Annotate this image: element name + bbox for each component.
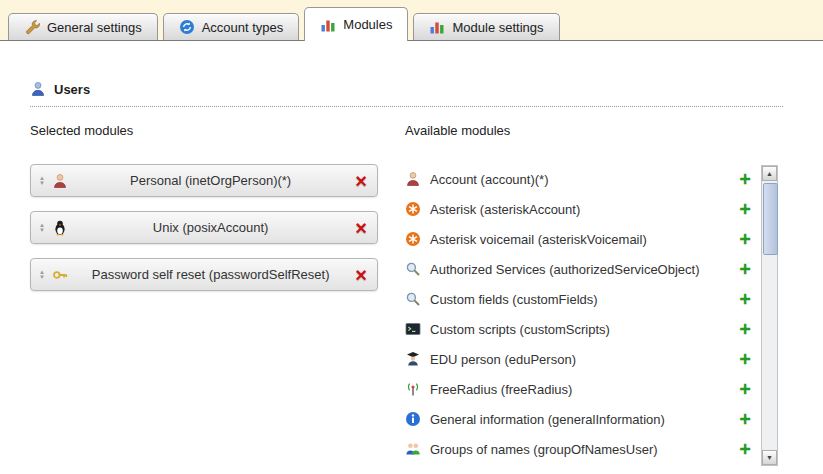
available-modules-heading: Available modules bbox=[405, 123, 753, 138]
tab-bar: General settings Account types Modules M… bbox=[8, 7, 560, 40]
module-label: Personal (inetOrgPerson)(*) bbox=[68, 173, 353, 188]
delete-icon[interactable]: × bbox=[353, 173, 369, 189]
section-title: Users bbox=[54, 82, 90, 97]
key-icon bbox=[52, 267, 68, 283]
module-label: Custom fields (customFields) bbox=[430, 292, 728, 307]
triangle-down-icon[interactable]: ▼ bbox=[762, 450, 777, 465]
add-icon[interactable]: + bbox=[737, 411, 753, 427]
triangle-up-icon[interactable]: ▲ bbox=[762, 166, 777, 181]
tab-label: Account types bbox=[202, 20, 284, 35]
available-module-row: Custom fields (customFields) + bbox=[405, 284, 753, 314]
add-icon[interactable]: + bbox=[737, 291, 753, 307]
script-icon bbox=[405, 321, 421, 337]
sync-icon bbox=[179, 19, 195, 35]
module-label: General information (generalInformation) bbox=[430, 412, 728, 427]
asterisk-icon bbox=[405, 201, 421, 217]
radius-icon bbox=[405, 381, 421, 397]
module-label: Account (account)(*) bbox=[430, 172, 728, 187]
add-icon[interactable]: + bbox=[737, 351, 753, 367]
scrollbar-thumb[interactable] bbox=[763, 183, 778, 255]
available-module-row: Custom scripts (customScripts) + bbox=[405, 314, 753, 344]
delete-icon[interactable]: × bbox=[353, 220, 369, 236]
module-label: Unix (posixAccount) bbox=[68, 220, 353, 235]
tab-label: Modules bbox=[343, 17, 392, 32]
available-list-scrollbar[interactable]: ▲ ▼ bbox=[761, 165, 778, 466]
info-icon bbox=[405, 411, 421, 427]
tab-label: General settings bbox=[47, 20, 142, 35]
asterisk-icon bbox=[405, 231, 421, 247]
module-label: Password self reset (passwordSelfReset) bbox=[68, 267, 353, 282]
module-label: Custom scripts (customScripts) bbox=[430, 322, 728, 337]
tab-general-settings[interactable]: General settings bbox=[8, 13, 158, 40]
available-module-row: FreeRadius (freeRadius) + bbox=[405, 374, 753, 404]
add-icon[interactable]: + bbox=[737, 171, 753, 187]
users-section-header: Users bbox=[30, 81, 783, 107]
group-icon bbox=[405, 441, 421, 457]
wrench-icon bbox=[24, 19, 40, 35]
tab-module-settings[interactable]: Module settings bbox=[413, 13, 559, 40]
add-icon[interactable]: + bbox=[737, 441, 753, 457]
person-icon bbox=[52, 173, 68, 189]
delete-icon[interactable]: × bbox=[353, 267, 369, 283]
available-module-row: Asterisk (asteriskAccount) + bbox=[405, 194, 753, 224]
module-label: Authorized Services (authorizedServiceOb… bbox=[430, 262, 728, 277]
available-module-row: Authorized Services (authorizedServiceOb… bbox=[405, 254, 753, 284]
available-module-row: EDU person (eduPerson) + bbox=[405, 344, 753, 374]
selected-modules-column: Selected modules ▲▼ Personal (inetOrgPer… bbox=[30, 123, 378, 305]
available-module-row: Asterisk voicemail (asteriskVoicemail) + bbox=[405, 224, 753, 254]
edu-person-icon bbox=[405, 351, 421, 367]
drag-handle-icon[interactable]: ▲▼ bbox=[39, 176, 45, 186]
users-icon bbox=[30, 81, 46, 97]
content-panel: Users Selected modules ▲▼ Personal (inet… bbox=[0, 40, 823, 474]
available-modules-column: Available modules Account (account)(*) +… bbox=[405, 123, 753, 464]
chart-icon bbox=[320, 17, 336, 33]
tab-label: Module settings bbox=[452, 20, 543, 35]
selected-modules-heading: Selected modules bbox=[30, 123, 378, 138]
module-label: Asterisk voicemail (asteriskVoicemail) bbox=[430, 232, 728, 247]
magnifier-icon bbox=[405, 291, 421, 307]
add-icon[interactable]: + bbox=[737, 261, 753, 277]
chart-icon bbox=[429, 19, 445, 35]
available-module-row: Account (account)(*) + bbox=[405, 164, 753, 194]
drag-handle-icon[interactable]: ▲▼ bbox=[39, 223, 45, 233]
drag-handle-icon[interactable]: ▲▼ bbox=[39, 270, 45, 280]
add-icon[interactable]: + bbox=[737, 231, 753, 247]
selected-module-row[interactable]: ▲▼ Password self reset (passwordSelfRese… bbox=[30, 258, 378, 291]
add-icon[interactable]: + bbox=[737, 321, 753, 337]
tab-modules[interactable]: Modules bbox=[304, 7, 408, 41]
add-icon[interactable]: + bbox=[737, 201, 753, 217]
selected-module-row[interactable]: ▲▼ Personal (inetOrgPerson)(*) × bbox=[30, 164, 378, 197]
available-module-row: Groups of names (groupOfNamesUser) + bbox=[405, 434, 753, 464]
person-icon bbox=[405, 171, 421, 187]
module-label: FreeRadius (freeRadius) bbox=[430, 382, 728, 397]
add-icon[interactable]: + bbox=[737, 381, 753, 397]
module-label: Groups of names (groupOfNamesUser) bbox=[430, 442, 728, 457]
module-label: Asterisk (asteriskAccount) bbox=[430, 202, 728, 217]
tab-account-types[interactable]: Account types bbox=[163, 13, 300, 40]
module-label: EDU person (eduPerson) bbox=[430, 352, 728, 367]
selected-module-row[interactable]: ▲▼ Unix (posixAccount) × bbox=[30, 211, 378, 244]
available-module-row: General information (generalInformation)… bbox=[405, 404, 753, 434]
penguin-icon bbox=[52, 220, 68, 236]
magnifier-icon bbox=[405, 261, 421, 277]
